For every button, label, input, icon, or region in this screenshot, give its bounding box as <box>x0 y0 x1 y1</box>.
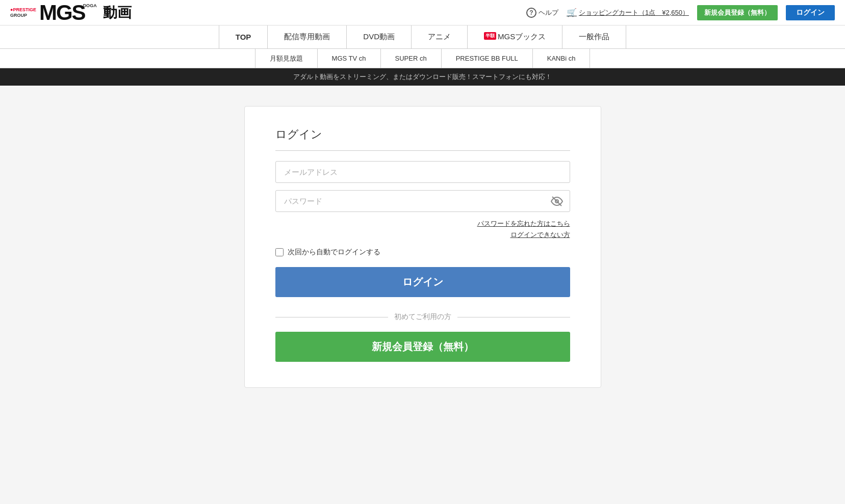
nav-sec-prestige[interactable]: PRESTIGE BB FULL <box>441 49 532 68</box>
new-user-divider: 初めてご利用の方 <box>275 312 570 322</box>
nav-sec-mgs-tv[interactable]: MGS TV ch <box>317 49 380 68</box>
nav-item-streaming[interactable]: 配信専用動画 <box>267 25 346 49</box>
nav-sec-kanbi[interactable]: KANBi ch <box>532 49 591 68</box>
register-submit-button[interactable]: 新規会員登録（無料） <box>275 332 570 362</box>
banner-text: アダルト動画をストリーミング、またはダウンロード販売！スマートフォンにも対応！ <box>293 73 552 81</box>
help-label: ヘルプ <box>539 8 558 17</box>
nav-sec-mgs-tv-label: MGS TV ch <box>332 55 366 62</box>
nav-books-label: MGSブックス <box>498 32 546 42</box>
login-title: ログイン <box>275 127 570 151</box>
nav-sec-prestige-label: PRESTIGE BB FULL <box>456 55 518 62</box>
kanji-logo-text: 動画 <box>103 3 132 22</box>
header-login-button[interactable]: ログイン <box>786 5 835 20</box>
autologin-label[interactable]: 次回から自動でログインする <box>288 248 380 257</box>
doga-logo-text: DOGA <box>83 3 97 8</box>
nav-item-dvd[interactable]: DVD動画 <box>346 25 411 49</box>
cart-icon: 🛒 <box>567 8 577 17</box>
nav-primary: TOP 配信専用動画 DVD動画 アニメ 半額 MGSブックス 一般作品 <box>0 25 845 49</box>
nav-top-label: TOP <box>236 33 251 41</box>
nav-item-general[interactable]: 一般作品 <box>562 25 626 49</box>
main-content: ログイン パスワードを忘れた方はこちら ログインできない方 <box>0 86 845 408</box>
nav-general-label: 一般作品 <box>579 32 609 42</box>
cant-login-link[interactable]: ログインできない方 <box>275 230 570 240</box>
mgs-logo-text: MGS <box>39 2 85 23</box>
eye-icon <box>551 195 563 207</box>
cart-link[interactable]: 🛒 ショッピングカート（1点 ¥2,650） <box>567 8 689 17</box>
help-link[interactable]: ? ヘルプ <box>526 8 558 18</box>
password-wrapper <box>275 190 570 212</box>
half-price-badge: 半額 <box>484 32 496 40</box>
nav-sec-monthly-label: 月額見放題 <box>270 54 303 63</box>
nav-sec-monthly[interactable]: 月額見放題 <box>255 49 317 68</box>
header-register-button[interactable]: 新規会員登録（無料） <box>697 5 778 20</box>
nav-item-anime[interactable]: アニメ <box>411 25 467 49</box>
login-box: ログイン パスワードを忘れた方はこちら ログインできない方 <box>244 106 601 388</box>
login-submit-button[interactable]: ログイン <box>275 267 570 297</box>
autologin-checkbox-area: 次回から自動でログインする <box>275 248 570 257</box>
password-input[interactable] <box>275 190 570 212</box>
autologin-checkbox[interactable] <box>275 248 284 256</box>
links-area: パスワードを忘れた方はこちら ログインできない方 <box>275 219 570 240</box>
email-form-group <box>275 161 570 183</box>
nav-dvd-label: DVD動画 <box>363 32 395 42</box>
logo: ●PRESTIGEGROUP MGS DOGA 動画 <box>10 2 132 23</box>
divider-label: 初めてご利用の方 <box>394 312 451 322</box>
nav-streaming-label: 配信専用動画 <box>284 32 330 42</box>
password-form-group <box>275 190 570 212</box>
forgot-password-link[interactable]: パスワードを忘れた方はこちら <box>275 219 570 228</box>
cart-label: ショッピングカート（1点 ¥2,650） <box>579 8 689 17</box>
header: ●PRESTIGEGROUP MGS DOGA 動画 ? ヘルプ 🛒 ショッピン… <box>0 0 845 25</box>
prestige-logo-text: ●PRESTIGEGROUP <box>10 7 36 18</box>
email-input[interactable] <box>275 161 570 183</box>
nav-sec-super[interactable]: SUPER ch <box>380 49 441 68</box>
nav-item-books[interactable]: 半額 MGSブックス <box>467 25 562 49</box>
header-right: ? ヘルプ 🛒 ショッピングカート（1点 ¥2,650） 新規会員登録（無料） … <box>526 5 835 20</box>
nav-anime-label: アニメ <box>428 32 451 42</box>
promo-banner: アダルト動画をストリーミング、またはダウンロード販売！スマートフォンにも対応！ <box>0 68 845 86</box>
password-toggle-button[interactable] <box>551 195 563 207</box>
nav-item-top[interactable]: TOP <box>219 25 268 49</box>
nav-secondary: 月額見放題 MGS TV ch SUPER ch PRESTIGE BB FUL… <box>0 49 845 68</box>
nav-sec-super-label: SUPER ch <box>395 55 427 62</box>
nav-sec-kanbi-label: KANBi ch <box>547 55 576 62</box>
help-icon: ? <box>526 8 536 18</box>
